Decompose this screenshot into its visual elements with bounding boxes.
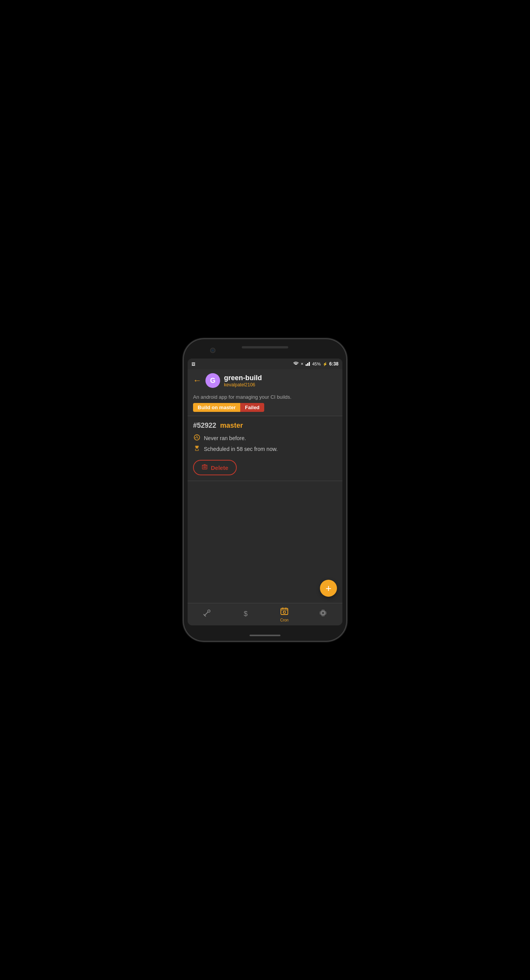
svg-rect-2	[309, 362, 310, 366]
chip-icon	[319, 609, 327, 619]
status-right: ✕ 45% ⚡ 6:38	[293, 361, 339, 367]
build-card: #52922 master Never ran before.	[188, 416, 342, 481]
bottom-nav: $ Cron	[188, 603, 342, 625]
build-number-row: #52922 master	[193, 422, 337, 430]
nav-item-tools[interactable]	[188, 609, 226, 620]
nav-item-settings[interactable]	[304, 609, 342, 620]
fab-plus-icon: +	[325, 583, 331, 593]
never-ran-text: Never ran before.	[204, 435, 246, 441]
back-button[interactable]: ←	[193, 376, 202, 385]
svg-rect-7	[205, 466, 206, 468]
wifi-icon	[293, 361, 299, 367]
notification-icon: 🖼	[191, 362, 195, 366]
svg-point-11	[208, 610, 210, 612]
hourglass-icon	[193, 445, 201, 453]
svg-rect-8	[202, 465, 207, 466]
dollar-icon: $	[244, 610, 248, 618]
build-number: #52922	[193, 422, 216, 430]
app-name: green-build	[224, 374, 262, 382]
svg-rect-6	[205, 466, 205, 468]
nav-label-cron: Cron	[280, 618, 289, 622]
avatar: G	[205, 373, 220, 388]
content-area: +	[188, 481, 342, 603]
svg-rect-1	[307, 363, 308, 366]
status-bar: 🖼 ✕	[188, 359, 342, 369]
status-left: 🖼	[191, 362, 195, 366]
signal-x-icon: ✕	[301, 362, 304, 366]
badge-build: Build on master	[193, 403, 240, 412]
svg-rect-9	[204, 464, 206, 465]
description-area: An android app for managing your CI buil…	[188, 392, 342, 416]
camera	[210, 348, 215, 353]
badge-row: Build on master Failed	[193, 403, 337, 412]
username: kevalpatel2106	[224, 382, 262, 388]
bolt-icon: ⚡	[323, 362, 327, 366]
battery-text: 45%	[312, 362, 321, 366]
delete-button[interactable]: Delete	[193, 460, 237, 475]
trash-icon	[202, 464, 208, 471]
scheduled-row: Scheduled in 58 sec from now.	[193, 445, 337, 453]
never-ran-row: Never ran before.	[193, 434, 337, 442]
phone-bottom-bar	[250, 635, 280, 636]
svg-rect-18	[322, 612, 324, 614]
app-description: An android app for managing your CI buil…	[193, 394, 337, 400]
branch-tag: master	[220, 422, 243, 430]
tools-icon	[203, 609, 211, 619]
svg-rect-5	[203, 466, 204, 468]
fab-button[interactable]: +	[320, 580, 337, 597]
header-text: green-build kevalpatel2106	[224, 374, 262, 388]
badge-failed: Failed	[240, 403, 264, 412]
nav-item-cron[interactable]: Cron	[265, 607, 304, 622]
time-display: 6:38	[329, 361, 339, 367]
svg-rect-0	[306, 364, 307, 366]
signal-icon	[306, 361, 310, 367]
cron-icon	[280, 607, 289, 617]
nav-item-billing[interactable]: $	[226, 610, 265, 619]
clock-icon	[193, 434, 201, 442]
delete-label: Delete	[211, 464, 228, 471]
phone-screen: 🖼 ✕	[188, 359, 342, 625]
app-header: ← G green-build kevalpatel2106	[188, 369, 342, 392]
scheduled-text: Scheduled in 58 sec from now.	[204, 446, 278, 452]
phone-frame: 🖼 ✕	[184, 339, 346, 641]
